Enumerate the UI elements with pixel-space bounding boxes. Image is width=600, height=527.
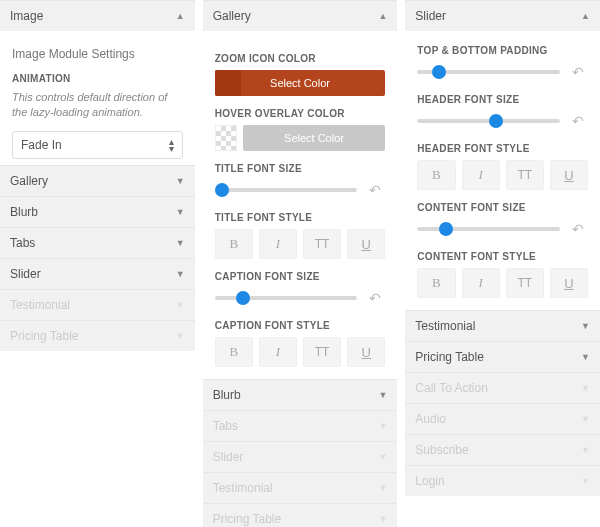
accordion-label: Image [10, 9, 43, 23]
underline-button[interactable]: U [347, 337, 385, 367]
animation-value: Fade In [21, 138, 62, 152]
chevron-down-icon: ▼ [581, 352, 590, 362]
chevron-down-icon: ▼ [378, 390, 387, 400]
accordion-blurb[interactable]: Blurb▼ [0, 196, 195, 227]
hover-color-button[interactable]: Select Color [243, 125, 386, 151]
caption-font-size-slider[interactable] [215, 296, 358, 300]
chevron-down-icon: ▼ [378, 514, 387, 524]
bold-button[interactable]: B [215, 337, 253, 367]
padding-slider[interactable] [417, 70, 560, 74]
underline-button[interactable]: U [550, 160, 588, 190]
caption-font-style-group: B I TT U [215, 337, 386, 367]
italic-button[interactable]: I [259, 229, 297, 259]
slider-panel: TOP & BOTTOM PADDING ↶ HEADER FONT SIZE … [405, 31, 600, 310]
reset-icon[interactable]: ↶ [568, 62, 588, 82]
accordion-testimonial[interactable]: Testimonial▼ [0, 289, 195, 320]
uppercase-button[interactable]: TT [506, 160, 544, 190]
content-font-size-slider[interactable] [417, 227, 560, 231]
color-swatch [215, 70, 241, 96]
accordion-testimonial[interactable]: Testimonial▼ [405, 310, 600, 341]
chevron-down-icon: ▼ [581, 383, 590, 393]
chevron-down-icon: ▼ [176, 269, 185, 279]
transparency-swatch [215, 125, 237, 151]
accordion-subscribe[interactable]: Subscribe▼ [405, 434, 600, 465]
header-font-style-group: B I TT U [417, 160, 588, 190]
accordion-pricing-table[interactable]: Pricing Table▼ [405, 341, 600, 372]
chevron-down-icon: ▼ [176, 207, 185, 217]
accordion-testimonial[interactable]: Testimonial▼ [203, 472, 398, 503]
chevron-up-icon: ▲ [378, 11, 387, 21]
chevron-down-icon: ▼ [176, 331, 185, 341]
column-gallery: Gallery ▲ ZOOM ICON COLOR Select Color H… [203, 0, 398, 527]
title-font-size-slider[interactable] [215, 188, 358, 192]
chevron-down-icon: ▼ [176, 176, 185, 186]
accordion-gallery[interactable]: Gallery▼ [0, 165, 195, 196]
chevron-down-icon: ▼ [176, 238, 185, 248]
title-font-style-group: B I TT U [215, 229, 386, 259]
chevron-down-icon: ▼ [581, 445, 590, 455]
chevron-down-icon: ▼ [378, 452, 387, 462]
italic-button[interactable]: I [462, 160, 500, 190]
accordion-pricing-table[interactable]: Pricing Table▼ [0, 320, 195, 351]
uppercase-button[interactable]: TT [303, 337, 341, 367]
zoom-color-button[interactable]: Select Color [215, 70, 386, 96]
content-font-style-group: B I TT U [417, 268, 588, 298]
chevron-down-icon: ▼ [581, 476, 590, 486]
animation-help: This controls default direction of the l… [12, 90, 183, 121]
column-image: Image ▲ Image Module Settings ANIMATION … [0, 0, 195, 527]
accordion-tabs[interactable]: Tabs▼ [0, 227, 195, 258]
content-font-style-label: CONTENT FONT STYLE [417, 251, 588, 262]
italic-button[interactable]: I [259, 337, 297, 367]
image-panel: Image Module Settings ANIMATION This con… [0, 31, 195, 165]
header-font-size-slider[interactable] [417, 119, 560, 123]
content-font-size-label: CONTENT FONT SIZE [417, 202, 588, 213]
accordion-call-to-action[interactable]: Call To Action▼ [405, 372, 600, 403]
accordion-label: Slider [415, 9, 446, 23]
uppercase-button[interactable]: TT [506, 268, 544, 298]
reset-icon[interactable]: ↶ [365, 180, 385, 200]
title-font-style-label: TITLE FONT STYLE [215, 212, 386, 223]
accordion-login[interactable]: Login▼ [405, 465, 600, 496]
accordion-slider[interactable]: Slider▼ [203, 441, 398, 472]
uppercase-button[interactable]: TT [303, 229, 341, 259]
column-slider: Slider ▲ TOP & BOTTOM PADDING ↶ HEADER F… [405, 0, 600, 527]
reset-icon[interactable]: ↶ [365, 288, 385, 308]
zoom-icon-color-label: ZOOM ICON COLOR [215, 53, 386, 64]
header-font-style-label: HEADER FONT STYLE [417, 143, 588, 154]
title-font-size-label: TITLE FONT SIZE [215, 163, 386, 174]
caption-font-size-label: CAPTION FONT SIZE [215, 271, 386, 282]
accordion-slider[interactable]: Slider▼ [0, 258, 195, 289]
accordion-gallery[interactable]: Gallery ▲ [203, 0, 398, 31]
panel-title: Image Module Settings [12, 47, 183, 61]
underline-button[interactable]: U [550, 268, 588, 298]
gallery-panel: ZOOM ICON COLOR Select Color HOVER OVERL… [203, 31, 398, 379]
chevron-up-icon: ▲ [176, 11, 185, 21]
chevron-down-icon: ▼ [581, 321, 590, 331]
animation-select[interactable]: Fade In ▴▾ [12, 131, 183, 159]
chevron-up-icon: ▲ [581, 11, 590, 21]
underline-button[interactable]: U [347, 229, 385, 259]
reset-icon[interactable]: ↶ [568, 219, 588, 239]
chevron-down-icon: ▼ [378, 483, 387, 493]
header-font-size-label: HEADER FONT SIZE [417, 94, 588, 105]
chevron-down-icon: ▼ [176, 300, 185, 310]
caption-font-style-label: CAPTION FONT STYLE [215, 320, 386, 331]
chevron-down-icon: ▼ [378, 421, 387, 431]
animation-label: ANIMATION [12, 73, 183, 84]
chevron-down-icon: ▼ [581, 414, 590, 424]
hover-overlay-color-label: HOVER OVERLAY COLOR [215, 108, 386, 119]
padding-label: TOP & BOTTOM PADDING [417, 45, 588, 56]
accordion-label: Gallery [213, 9, 251, 23]
select-updown-icon: ▴▾ [169, 138, 174, 152]
accordion-tabs[interactable]: Tabs▼ [203, 410, 398, 441]
accordion-slider[interactable]: Slider ▲ [405, 0, 600, 31]
accordion-image[interactable]: Image ▲ [0, 0, 195, 31]
bold-button[interactable]: B [417, 268, 455, 298]
bold-button[interactable]: B [215, 229, 253, 259]
bold-button[interactable]: B [417, 160, 455, 190]
accordion-audio[interactable]: Audio▼ [405, 403, 600, 434]
accordion-pricing-table[interactable]: Pricing Table▼ [203, 503, 398, 527]
italic-button[interactable]: I [462, 268, 500, 298]
accordion-blurb[interactable]: Blurb▼ [203, 379, 398, 410]
reset-icon[interactable]: ↶ [568, 111, 588, 131]
